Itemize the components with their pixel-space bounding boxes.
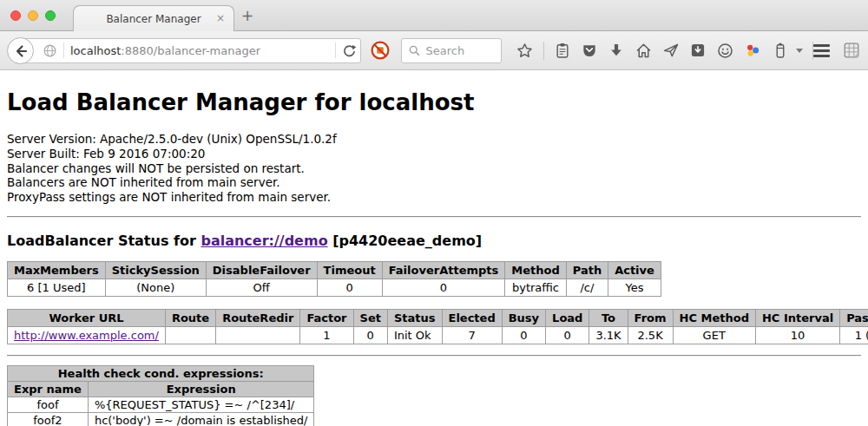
- worker-table-row: http://www.example.com/ 1 0 Init Ok 7 0 …: [8, 326, 868, 344]
- download-box-icon[interactable]: [689, 42, 707, 59]
- cell-expression: %{REQUEST_STATUS} =~ /^[234]/: [88, 397, 314, 412]
- cell-path: /c/: [566, 279, 608, 296]
- extension-grid-icon[interactable]: [842, 41, 861, 60]
- tab-balancer-manager[interactable]: Balancer Manager ×: [73, 5, 234, 31]
- balancer-demo-link[interactable]: balancer://demo: [201, 233, 327, 249]
- search-icon: [408, 44, 421, 57]
- toolbar-icons: [516, 42, 813, 60]
- info-line: Server Built: Feb 9 2016 07:00:20: [7, 147, 861, 161]
- url-text[interactable]: localhost:8880/balancer-manager: [70, 44, 329, 57]
- col-header: Route: [165, 309, 215, 326]
- back-button[interactable]: [7, 37, 34, 64]
- cell-passes: 1 (0): [840, 326, 868, 344]
- cell-status: Init Ok: [387, 326, 442, 344]
- reading-list-icon[interactable]: [554, 42, 571, 59]
- bookmark-star-icon[interactable]: [516, 42, 534, 60]
- col-header: RouteRedir: [216, 309, 300, 326]
- dropdown-caret-icon[interactable]: [796, 49, 803, 53]
- url-separator: [335, 43, 336, 58]
- cell-route: [165, 326, 215, 344]
- home-icon[interactable]: [635, 42, 653, 60]
- balancer-table: MaxMembers StickySession DisableFailover…: [7, 261, 661, 297]
- col-header: Method: [505, 261, 566, 279]
- col-header: Worker URL: [8, 309, 166, 326]
- cell-elected: 7: [442, 326, 502, 344]
- health-table-title-row: Health check cond. expressions:: [8, 365, 314, 381]
- worker-table: Worker URL Route RouteRedir Factor Set S…: [7, 309, 868, 344]
- url-bar[interactable]: localhost:8880/balancer-manager: [19, 38, 361, 63]
- cell-expression: hc('body') =~ /domain is established/: [88, 412, 314, 426]
- cell-disablefailover: Off: [206, 279, 317, 296]
- col-header: HC Method: [673, 309, 755, 326]
- site-identity-globe-icon[interactable]: [43, 43, 57, 58]
- tab-title: Balancer Manager: [106, 13, 201, 25]
- cell-from: 2.5K: [628, 326, 673, 344]
- col-header: Passes: [840, 309, 868, 326]
- info-line: Balancer changes will NOT be persisted o…: [7, 161, 861, 176]
- tab-close-icon[interactable]: ×: [216, 12, 225, 24]
- col-header: DisableFailover: [206, 261, 317, 279]
- worker-url-link[interactable]: http://www.example.com/: [14, 329, 159, 342]
- cell-active: Yes: [608, 279, 661, 296]
- cell-worker-url: http://www.example.com/: [8, 326, 166, 344]
- col-header: MaxMembers: [8, 261, 106, 279]
- content-blocker-icon[interactable]: [370, 40, 391, 61]
- col-header: FailoverAttempts: [382, 261, 505, 279]
- url-path: :8880/balancer-manager: [121, 44, 260, 57]
- cell-timeout: 0: [317, 279, 382, 296]
- cell-method: bytraffic: [505, 279, 566, 296]
- health-table-row: foof %{REQUEST_STATUS} =~ /^[234]/: [8, 397, 314, 412]
- clipper-battery-icon[interactable]: [772, 42, 789, 59]
- pocket-icon[interactable]: [581, 42, 598, 59]
- col-header: Busy: [502, 309, 545, 326]
- reload-button[interactable]: [342, 43, 357, 58]
- cell-hc-interval: 10: [755, 326, 839, 344]
- url-host: localhost: [70, 44, 121, 57]
- health-table-header-row: Expr name Expression: [8, 381, 314, 397]
- col-header: Active: [608, 261, 661, 279]
- cell-set: 0: [353, 326, 387, 344]
- divider: [7, 216, 861, 218]
- tab-bar: Balancer Manager × +: [0, 0, 868, 31]
- feedback-smiley-icon[interactable]: [716, 42, 734, 60]
- cell-stickysession: (None): [105, 279, 206, 296]
- col-header: Path: [566, 261, 608, 279]
- page-content: Load Balancer Manager for localhost Serv…: [0, 89, 868, 426]
- cell-to: 3.1K: [589, 326, 628, 344]
- col-header: Factor: [300, 309, 353, 326]
- health-check-table: Health check cond. expressions: Expr nam…: [7, 365, 314, 426]
- balancer-table-row: 6 [1 Used] (None) Off 0 0 bytraffic /c/ …: [8, 279, 661, 296]
- col-header: Expression: [88, 381, 314, 397]
- status-heading: LoadBalancer Status for balancer://demo …: [7, 233, 861, 249]
- status-suffix: [p4420eeae_demo]: [328, 233, 483, 249]
- col-header: Expr name: [8, 381, 89, 397]
- col-header: Set: [353, 309, 387, 326]
- menu-icon[interactable]: [813, 44, 830, 57]
- extension-color-dots-icon[interactable]: [744, 42, 762, 60]
- close-window-button[interactable]: [10, 10, 21, 21]
- search-placeholder: Search: [426, 44, 465, 57]
- col-header: Timeout: [317, 261, 382, 279]
- divider: [7, 355, 861, 357]
- cell-factor: 1: [300, 326, 353, 344]
- search-bar[interactable]: Search: [401, 38, 502, 63]
- downloads-icon[interactable]: [608, 42, 625, 59]
- worker-table-header-row: Worker URL Route RouteRedir Factor Set S…: [8, 309, 868, 326]
- minimize-window-button[interactable]: [28, 10, 38, 21]
- toolbar-separator: [543, 42, 544, 60]
- col-header: To: [589, 309, 628, 326]
- cell-expr-name: foof2: [8, 412, 89, 426]
- window-controls: [10, 10, 56, 21]
- server-info: Server Version: Apache/2.5.0-dev (Unix) …: [7, 132, 861, 205]
- new-tab-button[interactable]: +: [241, 7, 253, 24]
- browser-window: Balancer Manager × + localhost:8880/bala…: [0, 0, 868, 426]
- cell-failoverattempts: 0: [382, 279, 505, 296]
- cell-hc-method: GET: [673, 326, 755, 344]
- maximize-window-button[interactable]: [45, 10, 56, 21]
- col-header: HC Interval: [755, 309, 839, 326]
- cell-busy: 0: [502, 326, 545, 344]
- health-table-title: Health check cond. expressions:: [8, 365, 314, 381]
- cell-routeredir: [216, 326, 300, 344]
- col-header: Elected: [442, 309, 502, 326]
- send-page-icon[interactable]: [662, 42, 680, 59]
